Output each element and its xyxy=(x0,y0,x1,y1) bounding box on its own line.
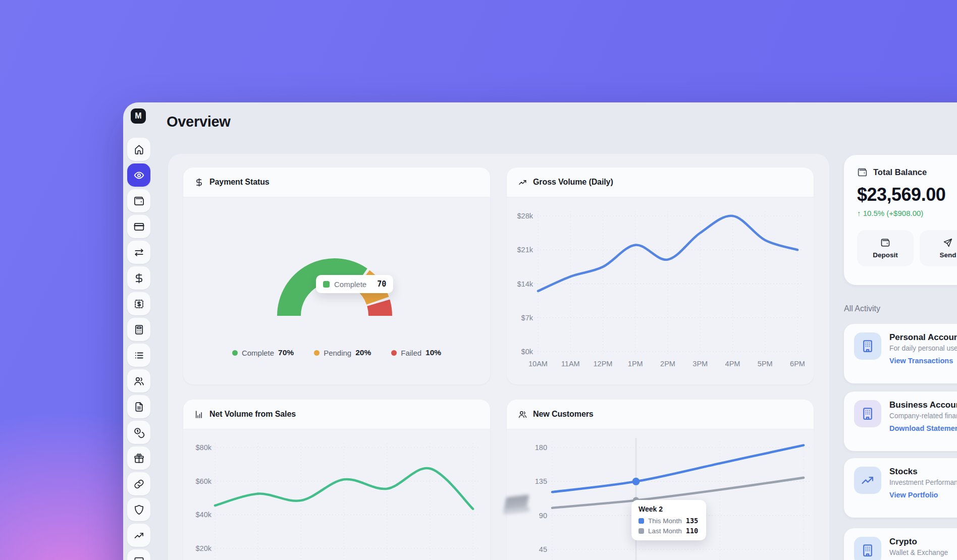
svg-text:5PM: 5PM xyxy=(758,360,773,368)
balance-header: Total Balance xyxy=(857,167,957,178)
activity-card-personal-account[interactable]: Personal Account For daily personal use … xyxy=(844,324,957,383)
view-transactions-link[interactable]: View Transactions xyxy=(889,357,957,365)
svg-text:6PM: 6PM xyxy=(790,360,805,368)
chart-tooltip: Week 2 This Month 135 Last Month 110 xyxy=(631,500,706,540)
net-volume-line-chart: $20k$40k$60k$80k xyxy=(183,429,490,560)
calculator-icon xyxy=(133,324,145,335)
trending-up-icon xyxy=(860,473,875,488)
users-icon xyxy=(518,410,527,419)
card-header: Net Volume from Sales xyxy=(183,400,490,429)
activity-card-crypto[interactable]: Crypto Wallet & Exchange xyxy=(844,528,957,560)
legend-dot xyxy=(232,350,238,356)
sidebar-item-trend[interactable] xyxy=(127,524,150,547)
dollar-icon xyxy=(194,178,204,187)
card-title: Net Volume from Sales xyxy=(209,410,296,419)
sidebar-item-gift[interactable] xyxy=(127,446,150,470)
svg-text:$40k: $40k xyxy=(196,511,212,519)
eye-icon xyxy=(133,170,145,181)
gift-icon xyxy=(133,453,145,464)
payment-status-card: Payment Status Complete 70 Complete 70% xyxy=(183,167,490,384)
card-title: Payment Status xyxy=(209,178,270,187)
payment-status-body: Complete 70 Complete 70% Pending 20% xyxy=(183,197,490,384)
building-icon xyxy=(860,339,875,354)
svg-text:2PM: 2PM xyxy=(660,360,675,368)
gross-volume-card: Gross Volume (Daily) $0k$7k$14k$21k$28k1… xyxy=(507,167,814,384)
sidebar-item-file[interactable] xyxy=(127,395,150,418)
trend-icon xyxy=(133,530,145,541)
sidebar-item-eye[interactable] xyxy=(127,163,150,187)
series-swatch xyxy=(639,518,644,524)
sidebar-item-home[interactable] xyxy=(127,138,150,161)
legend-item-pending: Pending 20% xyxy=(314,348,371,357)
sidebar-item-list[interactable] xyxy=(127,344,150,367)
link-icon xyxy=(133,478,145,490)
card-header: New Customers xyxy=(507,400,814,429)
activity-card-stocks[interactable]: Stocks Investment Performance View Portf… xyxy=(844,458,957,518)
send-button[interactable]: Send xyxy=(920,230,957,266)
bar-chart-icon xyxy=(194,410,204,419)
transfer-icon xyxy=(133,247,145,258)
legend-dot xyxy=(314,350,320,356)
tooltip-row: This Month 135 xyxy=(639,517,699,525)
sidebar-item-link[interactable] xyxy=(127,472,150,495)
net-volume-body: $20k$40k$60k$80k xyxy=(183,429,490,560)
crypto-icon-wrap xyxy=(854,537,881,560)
view-portfolio-link[interactable]: View Portfolio xyxy=(889,491,957,499)
activity-subtitle: Company-related finances xyxy=(889,412,957,420)
wallet-icon xyxy=(857,167,868,178)
stocks-icon-wrap xyxy=(854,467,881,494)
list-icon xyxy=(133,350,145,361)
activity-title: Crypto xyxy=(889,537,948,547)
send-icon xyxy=(943,238,953,248)
building-icon xyxy=(860,543,875,558)
svg-text:11AM: 11AM xyxy=(561,360,580,368)
monitor-icon xyxy=(133,555,145,560)
users-icon xyxy=(133,375,145,387)
svg-text:$60k: $60k xyxy=(196,477,212,485)
svg-text:3PM: 3PM xyxy=(693,360,708,368)
svg-text:$80k: $80k xyxy=(196,443,212,452)
home-icon xyxy=(133,144,145,155)
svg-text:1PM: 1PM xyxy=(628,360,643,368)
building-icon xyxy=(860,406,875,421)
balance-change: ↑ 10.5% (+$908.00) xyxy=(857,209,957,217)
shield-icon xyxy=(133,504,145,516)
sidebar-item-dollar[interactable] xyxy=(127,266,150,290)
svg-text:4PM: 4PM xyxy=(725,360,740,368)
svg-text:$28k: $28k xyxy=(517,212,534,220)
sidebar-item-card[interactable] xyxy=(127,215,150,238)
activity-card-business-account[interactable]: Business Account Company-related finance… xyxy=(844,391,957,451)
sidebar-item-transfer[interactable] xyxy=(127,241,150,264)
svg-text:$0k: $0k xyxy=(521,348,534,356)
app-logo: M xyxy=(131,108,146,124)
svg-text:180: 180 xyxy=(535,443,547,452)
deposit-button[interactable]: Deposit xyxy=(857,230,914,266)
sidebar-item-shield[interactable] xyxy=(127,498,150,521)
trending-up-icon xyxy=(518,178,527,187)
sidebar-item-monitor[interactable] xyxy=(127,549,150,560)
wallet-icon xyxy=(133,195,145,207)
page-title: Overview xyxy=(167,114,231,130)
svg-text:$7k: $7k xyxy=(521,314,534,322)
sidebar-item-users[interactable] xyxy=(127,369,150,393)
sidebar-item-coins[interactable] xyxy=(127,421,150,444)
sidebar-item-calculator[interactable] xyxy=(127,318,150,341)
series-swatch xyxy=(639,528,644,534)
svg-text:$21k: $21k xyxy=(517,246,534,254)
account-icon-wrap xyxy=(854,400,881,427)
sidebar-item-receipt[interactable] xyxy=(127,292,150,315)
activity-title: Stocks xyxy=(889,467,957,477)
net-volume-card: Net Volume from Sales $20k$40k$60k$80k xyxy=(183,400,490,560)
svg-text:45: 45 xyxy=(539,545,547,553)
tooltip-row: Last Month 110 xyxy=(639,527,699,535)
download-statements-link[interactable]: Download Statements xyxy=(889,424,957,432)
card-title: Gross Volume (Daily) xyxy=(533,178,613,187)
dollar-icon xyxy=(133,272,145,284)
legend-item-complete: Complete 70% xyxy=(232,348,294,357)
svg-text:$20k: $20k xyxy=(196,544,212,552)
tooltip-value: 70 xyxy=(377,279,386,289)
sidebar-item-wallet[interactable] xyxy=(127,189,150,212)
all-activity-heading: All Activity xyxy=(844,304,880,313)
legend-dot xyxy=(391,350,397,356)
activity-subtitle: For daily personal use xyxy=(889,345,957,352)
